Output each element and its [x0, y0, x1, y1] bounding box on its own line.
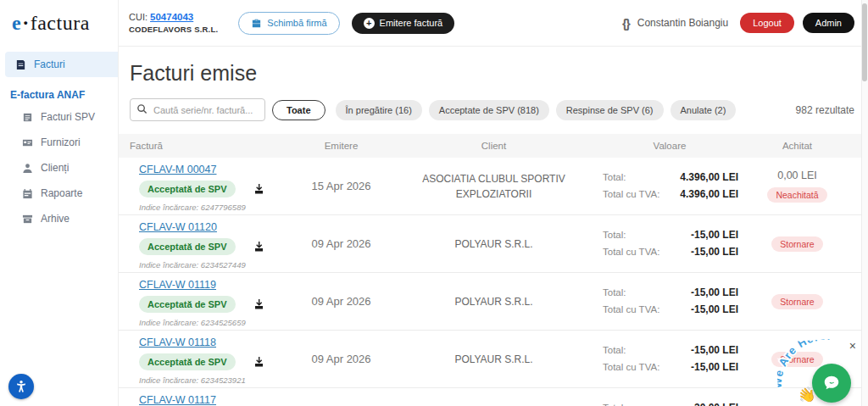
- sidebar-item-rapoarte[interactable]: Rapoarte: [0, 181, 118, 206]
- invoice-link[interactable]: CFLAV-W 01118: [139, 336, 216, 348]
- archive-icon: [22, 214, 33, 225]
- issue-date: 09 Apr 2026: [284, 353, 398, 365]
- logo-text: factura: [31, 12, 90, 35]
- client-name: POLYAUR S.R.L.: [398, 294, 589, 309]
- user-braces-icon: {}: [622, 16, 629, 31]
- invoice-link[interactable]: CFLAV-M 00047: [139, 164, 216, 175]
- total-value: -15,00 LEI: [691, 285, 738, 301]
- payment-status-badge: Stornare: [771, 294, 822, 309]
- new-invoice-button[interactable]: + Emitere factură: [352, 13, 455, 34]
- table-row: CFLAV-M 00047 Acceptată de SPV Indice în…: [119, 158, 868, 215]
- document-icon: [22, 112, 33, 123]
- sidebar-item-facturi[interactable]: Facturi: [5, 52, 118, 77]
- table-row: CFLAV-W 01119 Acceptată de SPV Indice în…: [119, 273, 868, 331]
- chat-bubble-icon: [822, 374, 841, 392]
- invoice-link[interactable]: CFLAV-W 01120: [139, 221, 217, 233]
- client-name: POLYAUR S.R.L.: [398, 236, 589, 252]
- sidebar-item-label: Facturi: [34, 58, 65, 70]
- total-label: Total:: [603, 400, 626, 406]
- user-name: Constantin Boiangiu: [637, 17, 728, 29]
- cui-link[interactable]: 50474043: [150, 12, 193, 22]
- sidebar-item-furnizori[interactable]: Furnizori: [0, 130, 118, 155]
- total-label: Total:: [603, 342, 626, 359]
- card-icon: [22, 137, 33, 148]
- filter-acceptate-spv[interactable]: Acceptate de SPV (818): [429, 100, 549, 120]
- table-body: CFLAV-M 00047 Acceptată de SPV Indice în…: [119, 158, 868, 406]
- upload-index: Indice încărcare: 6234527449: [139, 260, 284, 270]
- total-value: 4.396,00 LEI: [680, 170, 738, 186]
- chat-button[interactable]: [812, 364, 851, 403]
- total-value: -15,00 LEI: [691, 227, 738, 243]
- total-tva-value: -15,00 LEI: [691, 359, 738, 375]
- sidebar-item-arhive[interactable]: Arhive: [0, 206, 118, 231]
- filter-anulate[interactable]: Anulate (2): [670, 100, 737, 120]
- table-row: CFLAV-W 01118 Acceptată de SPV Indice în…: [119, 331, 868, 388]
- logo-dot: ·: [22, 12, 30, 35]
- download-icon[interactable]: [254, 357, 264, 367]
- plus-icon: +: [364, 18, 375, 29]
- sidebar-item-label: Facturi SPV: [41, 111, 95, 123]
- change-company-button[interactable]: Schimbă firmă: [238, 12, 339, 35]
- col-client: Client: [398, 141, 589, 151]
- sidebar-item-facturi-spv[interactable]: Facturi SPV: [0, 104, 118, 130]
- chat-widget: × We Are Here! 👋: [765, 345, 858, 406]
- logout-button[interactable]: Logout: [740, 13, 794, 33]
- table-row: CFLAV-W 01120 Acceptată de SPV Indice în…: [119, 215, 868, 273]
- invoice-icon: [15, 59, 26, 70]
- company-name: CODEFLAVORS S.R.L.: [129, 25, 218, 34]
- total-label: Total:: [603, 285, 626, 301]
- page-title: Facturi emise: [130, 61, 868, 86]
- sidebar: e·factura Facturi E-factura ANAF Facturi…: [0, 0, 119, 406]
- upload-index: Indice încărcare: 6234525659: [139, 318, 284, 327]
- col-emitere: Emitere: [284, 141, 398, 151]
- col-valoare: Valoare: [589, 141, 750, 151]
- briefcase-icon: [251, 18, 262, 29]
- filter-respinse-spv[interactable]: Respinse de SPV (6): [556, 100, 664, 120]
- sidebar-item-label: Rapoarte: [41, 187, 82, 199]
- download-icon[interactable]: [254, 242, 264, 252]
- download-icon[interactable]: [254, 184, 264, 194]
- status-badge: Acceptată de SPV: [139, 353, 236, 370]
- sidebar-item-clienti[interactable]: Clienți: [0, 155, 118, 181]
- table-header: Factură Emitere Client Valoare Achitat: [119, 134, 868, 158]
- sidebar-section-anaf: E-factura ANAF: [0, 79, 118, 104]
- search-icon: [136, 103, 147, 114]
- sidebar-item-label: Arhive: [41, 213, 70, 225]
- status-badge: Acceptată de SPV: [139, 296, 236, 313]
- download-icon[interactable]: [254, 299, 264, 309]
- accessibility-button[interactable]: [8, 374, 34, 399]
- person-icon: [22, 163, 33, 174]
- cui-label: CUI:: [129, 12, 147, 22]
- total-value: -30,00 LEI: [691, 400, 738, 406]
- total-tva-value: -15,00 LEI: [691, 302, 738, 318]
- total-tva-label: Total cu TVA:: [603, 359, 659, 375]
- total-tva-value: 4.396,00 LEI: [680, 186, 738, 203]
- sidebar-item-label: Furnizori: [41, 136, 81, 148]
- total-value: -15,00 LEI: [691, 342, 738, 359]
- status-badge: Acceptată de SPV: [139, 238, 236, 255]
- table-row: CFLAV-W 01117 Acceptată de SPV Indice în…: [119, 388, 868, 406]
- toolbar: Toate În pregătire (16) Acceptate de SPV…: [119, 98, 868, 121]
- new-invoice-label: Emitere factură: [380, 18, 443, 28]
- client-name: POLYAUR S.R.L.: [398, 352, 589, 367]
- total-label: Total:: [603, 170, 626, 186]
- col-achitat: Achitat: [750, 141, 868, 151]
- admin-button[interactable]: Admin: [803, 13, 854, 33]
- main-content: Facturi emise Toate În pregătire (16) Ac…: [119, 47, 868, 406]
- upload-index: Indice încărcare: 6234523921: [139, 375, 284, 385]
- scrollbar-track[interactable]: [861, 0, 868, 406]
- filter-in-pregatire[interactable]: În pregătire (16): [336, 100, 422, 120]
- search-input[interactable]: [130, 98, 265, 121]
- filter-toate[interactable]: Toate: [272, 100, 326, 120]
- sidebar-item-label: Clienți: [41, 162, 69, 174]
- invoice-link[interactable]: CFLAV-W 01119: [139, 279, 216, 291]
- top-header: CUI: 50474043 CODEFLAVORS S.R.L. Schimbă…: [119, 0, 868, 47]
- scrollbar-thumb[interactable]: [862, 3, 867, 81]
- calendar-icon: [22, 188, 33, 199]
- payment-status-badge: Stornare: [771, 236, 822, 252]
- col-factura: Factură: [119, 141, 284, 151]
- total-tva-value: -15,00 LEI: [691, 244, 738, 260]
- upload-index: Indice încărcare: 6247796589: [139, 203, 284, 212]
- invoice-link[interactable]: CFLAV-W 01117: [139, 394, 216, 406]
- issue-date: 09 Apr 2026: [284, 237, 398, 250]
